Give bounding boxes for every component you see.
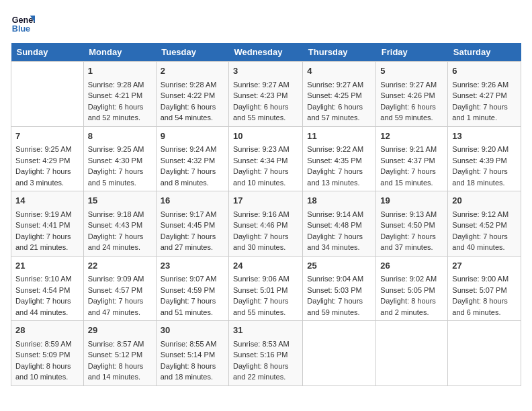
day-number: 16 <box>161 194 224 208</box>
day-number: 8 <box>88 130 152 143</box>
day-number: 12 <box>380 130 443 143</box>
sunrise-text: Sunrise: 9:24 AM <box>161 145 217 153</box>
sunrise-text: Sunrise: 9:12 AM <box>452 210 508 218</box>
day-number: 19 <box>380 194 443 208</box>
cell-w1-d1: 8 Sunrise: 9:25 AM Sunset: 4:30 PM Dayli… <box>83 126 156 191</box>
sunrise-text: Sunrise: 8:57 AM <box>88 340 144 348</box>
cell-w2-d2: 16 Sunrise: 9:17 AM Sunset: 4:45 PM Dayl… <box>156 191 228 257</box>
sunrise-text: Sunrise: 8:53 AM <box>233 340 290 348</box>
logo-icon: General Blue <box>11 11 35 35</box>
sunset-text: Sunset: 4:43 PM <box>88 221 142 229</box>
daylight-text: Daylight: 7 hours and 40 minutes. <box>452 232 508 252</box>
sunrise-text: Sunrise: 9:06 AM <box>233 275 290 283</box>
cell-w1-d2: 9 Sunrise: 9:24 AM Sunset: 4:32 PM Dayli… <box>156 126 228 191</box>
cell-w4-d4 <box>303 321 376 386</box>
sunrise-text: Sunrise: 9:00 AM <box>452 275 508 283</box>
daylight-text: Daylight: 7 hours and 51 minutes. <box>161 297 216 316</box>
col-header-friday: Friday <box>376 43 448 62</box>
daylight-text: Daylight: 6 hours and 54 minutes. <box>161 103 216 122</box>
cell-w2-d6: 20 Sunrise: 9:12 AM Sunset: 4:52 PM Dayl… <box>448 191 521 257</box>
daylight-text: Daylight: 8 hours and 2 minutes. <box>380 297 436 316</box>
sunrise-text: Sunrise: 9:27 AM <box>380 81 437 89</box>
day-number: 2 <box>161 64 224 78</box>
daylight-text: Daylight: 6 hours and 57 minutes. <box>307 103 363 122</box>
logo: General Blue <box>11 11 35 35</box>
sunrise-text: Sunrise: 8:55 AM <box>161 340 217 348</box>
daylight-text: Daylight: 7 hours and 5 minutes. <box>88 167 144 187</box>
day-number: 27 <box>452 259 517 273</box>
cell-w4-d1: 29 Sunrise: 8:57 AM Sunset: 5:12 PM Dayl… <box>83 321 156 386</box>
week-row-2: 7 Sunrise: 9:25 AM Sunset: 4:29 PM Dayli… <box>11 126 521 191</box>
sunrise-text: Sunrise: 9:02 AM <box>380 275 437 283</box>
sunrise-text: Sunrise: 9:23 AM <box>233 145 290 153</box>
daylight-text: Daylight: 7 hours and 27 minutes. <box>161 232 216 252</box>
cell-w2-d4: 18 Sunrise: 9:14 AM Sunset: 4:48 PM Dayl… <box>303 191 376 257</box>
sunrise-text: Sunrise: 9:27 AM <box>307 81 363 89</box>
cell-w2-d1: 15 Sunrise: 9:18 AM Sunset: 4:43 PM Dayl… <box>83 191 156 257</box>
day-number: 7 <box>15 130 79 143</box>
day-number: 17 <box>233 194 298 208</box>
cell-w3-d6: 27 Sunrise: 9:00 AM Sunset: 5:07 PM Dayl… <box>448 256 521 321</box>
week-row-3: 14 Sunrise: 9:19 AM Sunset: 4:41 PM Dayl… <box>11 191 521 257</box>
daylight-text: Daylight: 8 hours and 22 minutes. <box>233 362 289 381</box>
sunrise-text: Sunrise: 9:14 AM <box>307 210 363 218</box>
col-header-tuesday: Tuesday <box>156 43 228 62</box>
sunset-text: Sunset: 5:14 PM <box>161 351 215 359</box>
sunrise-text: Sunrise: 9:13 AM <box>380 210 437 218</box>
sunset-text: Sunset: 4:37 PM <box>380 156 435 165</box>
sunset-text: Sunset: 4:57 PM <box>88 286 142 294</box>
day-number: 6 <box>452 64 517 78</box>
col-header-wednesday: Wednesday <box>228 43 302 62</box>
sunrise-text: Sunrise: 9:21 AM <box>380 145 437 153</box>
cell-w0-d6: 6 Sunrise: 9:26 AM Sunset: 4:27 PM Dayli… <box>448 62 521 127</box>
sunset-text: Sunset: 4:34 PM <box>233 156 287 165</box>
sunset-text: Sunset: 4:29 PM <box>15 156 70 165</box>
sunrise-text: Sunrise: 9:19 AM <box>15 210 72 218</box>
cell-w3-d0: 21 Sunrise: 9:10 AM Sunset: 4:54 PM Dayl… <box>11 256 84 321</box>
day-number: 24 <box>233 259 298 273</box>
sunset-text: Sunset: 5:05 PM <box>380 286 435 294</box>
cell-w0-d4: 4 Sunrise: 9:27 AM Sunset: 4:25 PM Dayli… <box>303 62 376 127</box>
sunrise-text: Sunrise: 9:28 AM <box>161 81 217 89</box>
daylight-text: Daylight: 7 hours and 21 minutes. <box>15 232 71 252</box>
cell-w1-d4: 11 Sunrise: 9:22 AM Sunset: 4:35 PM Dayl… <box>303 126 376 191</box>
sunrise-text: Sunrise: 9:10 AM <box>15 275 72 283</box>
daylight-text: Daylight: 7 hours and 47 minutes. <box>88 297 144 316</box>
daylight-text: Daylight: 6 hours and 52 minutes. <box>88 103 144 122</box>
col-header-sunday: Sunday <box>11 43 84 62</box>
cell-w3-d2: 23 Sunrise: 9:07 AM Sunset: 4:59 PM Dayl… <box>156 256 228 321</box>
sunset-text: Sunset: 4:35 PM <box>307 156 361 165</box>
day-number: 10 <box>233 130 298 143</box>
cell-w1-d6: 13 Sunrise: 9:20 AM Sunset: 4:39 PM Dayl… <box>448 126 521 191</box>
cell-w1-d3: 10 Sunrise: 9:23 AM Sunset: 4:34 PM Dayl… <box>228 126 302 191</box>
daylight-text: Daylight: 8 hours and 18 minutes. <box>161 362 216 381</box>
sunset-text: Sunset: 4:59 PM <box>161 286 215 294</box>
sunrise-text: Sunrise: 9:26 AM <box>452 81 508 89</box>
sunrise-text: Sunrise: 9:28 AM <box>88 81 144 89</box>
sunrise-text: Sunrise: 9:27 AM <box>233 81 290 89</box>
sunrise-text: Sunrise: 9:18 AM <box>88 210 144 218</box>
sunrise-text: Sunrise: 9:17 AM <box>161 210 217 218</box>
cell-w3-d5: 26 Sunrise: 9:02 AM Sunset: 5:05 PM Dayl… <box>376 256 448 321</box>
cell-w1-d5: 12 Sunrise: 9:21 AM Sunset: 4:37 PM Dayl… <box>376 126 448 191</box>
cell-w3-d4: 25 Sunrise: 9:04 AM Sunset: 5:03 PM Dayl… <box>303 256 376 321</box>
daylight-text: Daylight: 7 hours and 55 minutes. <box>233 297 289 316</box>
day-number: 26 <box>380 259 443 273</box>
day-number: 22 <box>88 259 152 273</box>
day-number: 18 <box>307 194 371 208</box>
daylight-text: Daylight: 7 hours and 30 minutes. <box>233 232 289 252</box>
sunset-text: Sunset: 4:50 PM <box>380 221 435 229</box>
sunset-text: Sunset: 4:21 PM <box>88 91 142 99</box>
cell-w0-d5: 5 Sunrise: 9:27 AM Sunset: 4:26 PM Dayli… <box>376 62 448 127</box>
day-number: 9 <box>161 130 224 143</box>
day-number: 31 <box>233 324 298 337</box>
sunset-text: Sunset: 4:27 PM <box>452 91 506 99</box>
cell-w0-d2: 2 Sunrise: 9:28 AM Sunset: 4:22 PM Dayli… <box>156 62 228 127</box>
page-header: General Blue <box>11 11 521 35</box>
daylight-text: Daylight: 7 hours and 18 minutes. <box>452 167 508 187</box>
sunset-text: Sunset: 4:52 PM <box>452 221 506 229</box>
sunset-text: Sunset: 4:45 PM <box>161 221 215 229</box>
daylight-text: Daylight: 7 hours and 37 minutes. <box>380 232 436 252</box>
col-header-monday: Monday <box>83 43 156 62</box>
cell-w2-d5: 19 Sunrise: 9:13 AM Sunset: 4:50 PM Dayl… <box>376 191 448 257</box>
